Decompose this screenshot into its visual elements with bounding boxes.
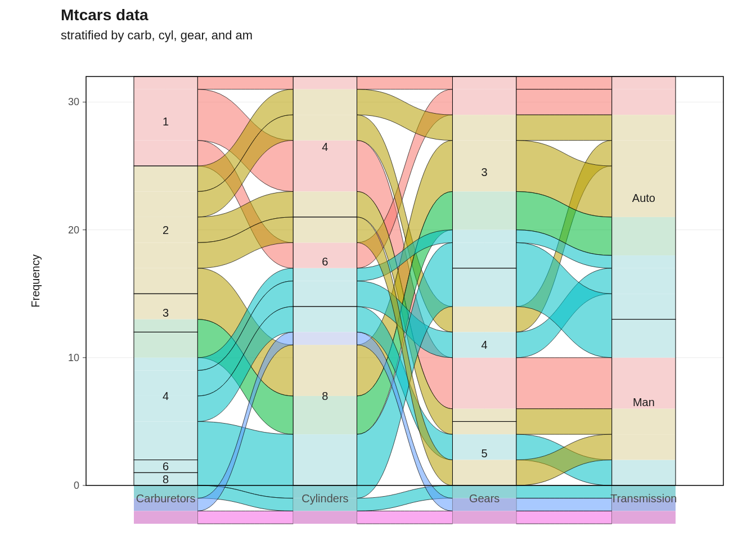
stratum-label: 6	[322, 255, 328, 268]
alluvium-flow	[516, 89, 612, 115]
y-tick: 30	[68, 96, 79, 107]
stratum-label: Man	[633, 396, 655, 408]
y-tick: 0	[74, 480, 79, 491]
alluvium-flow	[516, 115, 612, 140]
alluvial-chart: Mtcars datastratified by carb, cyl, gear…	[0, 0, 756, 540]
stratum-label: 4	[482, 339, 488, 351]
alluvium-flow	[516, 358, 612, 409]
y-tick: 10	[68, 352, 79, 363]
alluvium-flow	[197, 511, 293, 524]
alluvium-flow	[516, 511, 612, 524]
alluvium-flow	[516, 485, 612, 498]
y-tick: 20	[68, 224, 79, 236]
stratum-label: 4	[163, 390, 169, 402]
alluvium-flow	[516, 498, 612, 511]
stratum-label: 3	[163, 307, 169, 319]
stratum-label: 8	[322, 390, 328, 402]
x-axis-category: Transmission	[610, 492, 677, 505]
x-axis-category: Gears	[469, 492, 500, 505]
stratum-slice	[452, 511, 516, 524]
stratum-label: 1	[163, 115, 169, 128]
stratum-label: 4	[322, 141, 328, 153]
stratum-label: 3	[482, 166, 488, 178]
stratum-label: Auto	[632, 192, 655, 204]
chart-subtitle: stratified by carb, cyl, gear, and am	[61, 28, 253, 42]
stratum-label: 6	[163, 460, 169, 472]
alluvium-flow	[357, 511, 453, 524]
stratum-slice	[612, 511, 676, 524]
stratum-slice	[293, 511, 357, 524]
chart-title: Mtcars data	[61, 6, 148, 24]
stratum-label: 2	[163, 224, 169, 236]
alluvium-flow	[197, 76, 293, 89]
stratum-label: 5	[482, 447, 488, 460]
alluvium-flow	[516, 76, 612, 89]
stratum-slice	[134, 511, 197, 524]
stratum-label: 8	[163, 473, 169, 485]
x-axis-category: Carburetors	[136, 492, 196, 505]
x-axis-category: Cylinders	[302, 492, 348, 505]
alluvium-flow	[516, 409, 612, 434]
alluvium-flow	[357, 76, 453, 89]
y-axis-label: Frequency	[29, 254, 42, 308]
